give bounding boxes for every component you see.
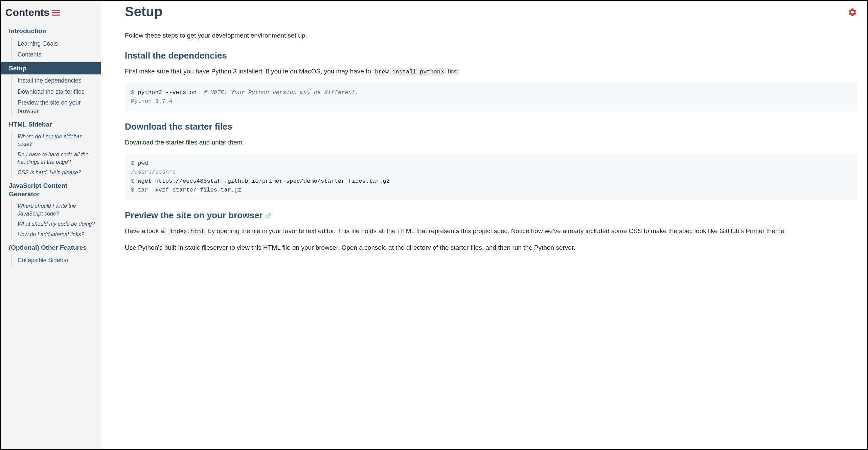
- nav-subitem[interactable]: CSS is hard. Help please?: [18, 167, 101, 178]
- nav-subitem[interactable]: Do I have to hard-code all the headings …: [18, 150, 101, 167]
- nav-subitems: Learning GoalsContents: [11, 38, 101, 60]
- settings-button[interactable]: [848, 7, 857, 17]
- nav-section: JavaScript Content GeneratorWhere should…: [1, 180, 101, 240]
- nav-subitem[interactable]: Preview the site on your browser: [18, 97, 101, 116]
- link-icon[interactable]: [265, 212, 271, 219]
- inline-code-brew: brew install python3: [373, 68, 446, 76]
- preview-paragraph-1: Have a look at index.html by opening the…: [125, 226, 857, 236]
- page-title: Setup: [125, 4, 857, 23]
- nav-subitem[interactable]: Install the dependencies: [18, 75, 101, 86]
- nav-subitem[interactable]: How do I add internal links?: [18, 229, 101, 240]
- sidebar-title: Contents: [5, 7, 49, 18]
- nav-section: HTML SidebarWhere do I put the sidebar c…: [1, 118, 101, 178]
- nav-section: (Optional) Other FeaturesCollapsible Sid…: [1, 242, 101, 266]
- nav-heading[interactable]: Setup: [1, 62, 101, 75]
- sidebar: Contents IntroductionLearning GoalsConte…: [1, 1, 101, 449]
- main-content: Setup Follow these steps to get your dev…: [101, 1, 867, 449]
- nav-section: SetupInstall the dependenciesDownload th…: [1, 62, 101, 117]
- download-paragraph: Download the starter files and untar the…: [125, 137, 857, 147]
- nav-subitem[interactable]: Where should I write the JavaScript code…: [18, 201, 101, 219]
- install-paragraph: First make sure that you have Python 3 i…: [125, 66, 857, 76]
- nav-subitems: Collapsible Sidebar: [11, 255, 101, 266]
- nav-subitem[interactable]: Download the starter files: [18, 86, 101, 97]
- nav-subitem[interactable]: What should my code be doing?: [18, 219, 101, 229]
- nav-subitems: Where do I put the sidebar code?Do I hav…: [11, 132, 101, 178]
- heading-download: Download the starter files: [125, 121, 857, 132]
- heading-install: Install the dependencies: [125, 50, 857, 61]
- sidebar-nav: IntroductionLearning GoalsContentsSetupI…: [1, 25, 101, 266]
- nav-section: IntroductionLearning GoalsContents: [1, 25, 101, 60]
- nav-heading[interactable]: JavaScript Content Generator: [1, 180, 101, 200]
- nav-heading[interactable]: HTML Sidebar: [1, 118, 101, 131]
- nav-subitem[interactable]: Learning Goals: [18, 38, 101, 49]
- sidebar-header: Contents: [1, 7, 101, 25]
- intro-paragraph: Follow these steps to get your developme…: [125, 30, 857, 40]
- heading-preview: Preview the site on your browser: [125, 210, 857, 221]
- inline-code-index: index.html: [168, 228, 206, 235]
- nav-subitems: Where should I write the JavaScript code…: [11, 201, 101, 240]
- preview-paragraph-2: Use Python's built-in static fileserver …: [125, 243, 857, 252]
- code-block-download: $ pwd /users/seshrs $ wget https://eecs4…: [125, 154, 857, 200]
- nav-heading[interactable]: Introduction: [1, 25, 101, 38]
- nav-subitem[interactable]: Collapsible Sidebar: [18, 255, 101, 266]
- nav-subitem[interactable]: Contents: [18, 49, 101, 60]
- gear-icon: [848, 7, 857, 17]
- code-block-python-version: $ python3 --version # NOTE: Your Python …: [125, 83, 857, 112]
- nav-heading[interactable]: (Optional) Other Features: [1, 242, 101, 254]
- nav-subitems: Install the dependenciesDownload the sta…: [11, 75, 101, 116]
- nav-subitem[interactable]: Where do I put the sidebar code?: [18, 132, 101, 150]
- hamburger-icon[interactable]: [52, 10, 60, 16]
